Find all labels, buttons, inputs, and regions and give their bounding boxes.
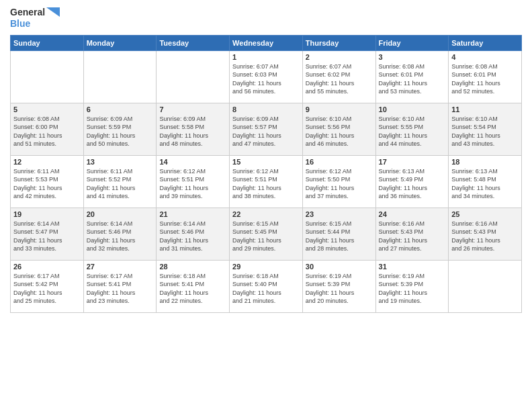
day-cell: 12Sunrise: 6:11 AMSunset: 5:53 PMDayligh… <box>11 155 84 208</box>
day-info: Sunrise: 6:09 AMSunset: 5:57 PMDaylight:… <box>232 115 300 148</box>
day-cell: 24Sunrise: 6:16 AMSunset: 5:43 PMDayligh… <box>375 208 449 260</box>
day-number: 25 <box>451 210 519 218</box>
logo-blue: Blue <box>10 18 60 30</box>
day-info: Sunrise: 6:17 AMSunset: 5:41 PMDaylight:… <box>87 272 154 306</box>
day-cell <box>449 260 522 312</box>
day-number: 19 <box>13 210 81 218</box>
day-cell: 11Sunrise: 6:10 AMSunset: 5:54 PMDayligh… <box>449 103 522 155</box>
day-number: 24 <box>379 210 446 218</box>
day-cell: 5Sunrise: 6:08 AMSunset: 6:00 PMDaylight… <box>11 103 84 155</box>
day-cell: 9Sunrise: 6:10 AMSunset: 5:56 PMDaylight… <box>302 103 375 155</box>
day-number: 27 <box>87 263 154 271</box>
day-number: 7 <box>159 105 226 113</box>
svg-marker-0 <box>46 7 60 17</box>
day-cell: 27Sunrise: 6:17 AMSunset: 5:41 PMDayligh… <box>83 260 157 312</box>
day-cell: 13Sunrise: 6:11 AMSunset: 5:52 PMDayligh… <box>83 155 157 208</box>
day-cell: 18Sunrise: 6:13 AMSunset: 5:48 PMDayligh… <box>449 155 522 208</box>
day-cell: 21Sunrise: 6:14 AMSunset: 5:46 PMDayligh… <box>157 208 230 260</box>
day-info: Sunrise: 6:10 AMSunset: 5:55 PMDaylight:… <box>379 115 446 148</box>
day-cell: 2Sunrise: 6:07 AMSunset: 6:02 PMDaylight… <box>302 50 375 103</box>
day-info: Sunrise: 6:08 AMSunset: 6:01 PMDaylight:… <box>379 62 446 96</box>
day-info: Sunrise: 6:10 AMSunset: 5:54 PMDaylight:… <box>451 115 519 148</box>
day-header-saturday: Saturday <box>449 35 522 50</box>
week-row-3: 19Sunrise: 6:14 AMSunset: 5:47 PMDayligh… <box>11 208 522 260</box>
day-info: Sunrise: 6:15 AMSunset: 5:44 PMDaylight:… <box>306 220 373 253</box>
day-number: 21 <box>159 210 226 218</box>
day-cell <box>11 50 84 103</box>
day-number: 15 <box>232 158 300 166</box>
day-cell: 26Sunrise: 6:17 AMSunset: 5:42 PMDayligh… <box>11 260 84 312</box>
day-info: Sunrise: 6:12 AMSunset: 5:51 PMDaylight:… <box>232 167 300 201</box>
week-row-0: 1Sunrise: 6:07 AMSunset: 6:03 PMDaylight… <box>11 50 522 103</box>
day-cell <box>157 50 230 103</box>
day-cell: 17Sunrise: 6:13 AMSunset: 5:49 PMDayligh… <box>375 155 449 208</box>
day-info: Sunrise: 6:13 AMSunset: 5:48 PMDaylight:… <box>451 167 519 201</box>
day-cell: 7Sunrise: 6:09 AMSunset: 5:58 PMDaylight… <box>157 103 230 155</box>
day-info: Sunrise: 6:08 AMSunset: 6:01 PMDaylight:… <box>451 62 519 96</box>
day-info: Sunrise: 6:07 AMSunset: 6:03 PMDaylight:… <box>232 62 300 96</box>
day-number: 30 <box>306 263 373 271</box>
day-info: Sunrise: 6:15 AMSunset: 5:45 PMDaylight:… <box>232 220 300 253</box>
day-number: 22 <box>232 210 300 218</box>
day-info: Sunrise: 6:08 AMSunset: 6:00 PMDaylight:… <box>13 115 81 148</box>
day-cell: 20Sunrise: 6:14 AMSunset: 5:46 PMDayligh… <box>83 208 157 260</box>
day-header-monday: Monday <box>83 35 157 50</box>
day-info: Sunrise: 6:18 AMSunset: 5:40 PMDaylight:… <box>232 272 300 306</box>
day-cell: 3Sunrise: 6:08 AMSunset: 6:01 PMDaylight… <box>375 50 449 103</box>
day-number: 11 <box>451 105 519 113</box>
day-info: Sunrise: 6:12 AMSunset: 5:51 PMDaylight:… <box>159 167 226 201</box>
day-header-thursday: Thursday <box>302 35 375 50</box>
day-number: 29 <box>232 263 300 271</box>
week-row-2: 12Sunrise: 6:11 AMSunset: 5:53 PMDayligh… <box>11 155 522 208</box>
day-number: 14 <box>159 158 226 166</box>
day-number: 10 <box>379 105 446 113</box>
day-number: 6 <box>87 105 154 113</box>
day-info: Sunrise: 6:17 AMSunset: 5:42 PMDaylight:… <box>13 272 81 306</box>
day-cell: 22Sunrise: 6:15 AMSunset: 5:45 PMDayligh… <box>230 208 303 260</box>
day-info: Sunrise: 6:16 AMSunset: 5:43 PMDaylight:… <box>379 220 446 253</box>
day-cell: 15Sunrise: 6:12 AMSunset: 5:51 PMDayligh… <box>230 155 303 208</box>
day-info: Sunrise: 6:18 AMSunset: 5:41 PMDaylight:… <box>159 272 226 306</box>
day-number: 17 <box>379 158 446 166</box>
week-row-4: 26Sunrise: 6:17 AMSunset: 5:42 PMDayligh… <box>11 260 522 312</box>
day-number: 5 <box>13 105 81 113</box>
day-info: Sunrise: 6:13 AMSunset: 5:49 PMDaylight:… <box>379 167 446 201</box>
day-header-friday: Friday <box>375 35 449 50</box>
header: General Blue <box>10 7 522 30</box>
day-number: 9 <box>306 105 373 113</box>
logo-arrow-icon <box>46 7 60 17</box>
calendar-table: SundayMondayTuesdayWednesdayThursdayFrid… <box>10 35 522 313</box>
day-info: Sunrise: 6:19 AMSunset: 5:39 PMDaylight:… <box>379 272 446 306</box>
day-number: 31 <box>379 263 446 271</box>
day-number: 16 <box>306 158 373 166</box>
day-cell <box>83 50 157 103</box>
day-cell: 28Sunrise: 6:18 AMSunset: 5:41 PMDayligh… <box>157 260 230 312</box>
day-number: 3 <box>379 53 446 61</box>
header-row: SundayMondayTuesdayWednesdayThursdayFrid… <box>11 35 522 50</box>
day-cell: 25Sunrise: 6:16 AMSunset: 5:43 PMDayligh… <box>449 208 522 260</box>
day-info: Sunrise: 6:14 AMSunset: 5:47 PMDaylight:… <box>13 220 81 253</box>
day-number: 2 <box>306 53 373 61</box>
day-header-tuesday: Tuesday <box>157 35 230 50</box>
logo: General Blue <box>10 7 60 30</box>
day-cell: 31Sunrise: 6:19 AMSunset: 5:39 PMDayligh… <box>375 260 449 312</box>
day-number: 4 <box>451 53 519 61</box>
day-cell: 16Sunrise: 6:12 AMSunset: 5:50 PMDayligh… <box>302 155 375 208</box>
logo-text: General Blue <box>10 7 60 30</box>
day-cell: 6Sunrise: 6:09 AMSunset: 5:59 PMDaylight… <box>83 103 157 155</box>
day-number: 20 <box>87 210 154 218</box>
day-cell: 8Sunrise: 6:09 AMSunset: 5:57 PMDaylight… <box>230 103 303 155</box>
day-cell: 23Sunrise: 6:15 AMSunset: 5:44 PMDayligh… <box>302 208 375 260</box>
day-number: 13 <box>87 158 154 166</box>
day-number: 26 <box>13 263 81 271</box>
day-info: Sunrise: 6:16 AMSunset: 5:43 PMDaylight:… <box>451 220 519 253</box>
day-number: 12 <box>13 158 81 166</box>
day-info: Sunrise: 6:09 AMSunset: 5:58 PMDaylight:… <box>159 115 226 148</box>
day-number: 8 <box>232 105 300 113</box>
day-number: 1 <box>232 53 300 61</box>
logo-general: General <box>10 7 45 18</box>
day-cell: 19Sunrise: 6:14 AMSunset: 5:47 PMDayligh… <box>11 208 84 260</box>
day-info: Sunrise: 6:12 AMSunset: 5:50 PMDaylight:… <box>306 167 373 201</box>
day-info: Sunrise: 6:10 AMSunset: 5:56 PMDaylight:… <box>306 115 373 148</box>
day-cell: 10Sunrise: 6:10 AMSunset: 5:55 PMDayligh… <box>375 103 449 155</box>
